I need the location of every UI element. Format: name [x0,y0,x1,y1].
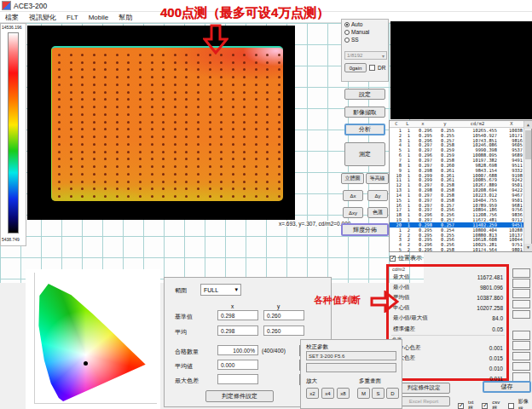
measure-point [127,128,130,130]
measurement-table[interactable]: CLxycd/m2X 110.2960.25510265.45510038210… [389,120,532,252]
multiview-S-button[interactable]: S [372,388,385,399]
measure-point [278,173,280,176]
delta-xy-button[interactable]: Δxy [343,207,363,218]
measure-point [209,91,211,94]
measure-point [243,91,246,94]
pass-count-value: (400/400) [262,348,286,354]
measure-point [243,98,246,101]
maxdiff-label: 最大色差 [175,377,199,385]
measure-point [139,128,142,130]
average-x-field[interactable]: 0.298 [217,325,258,336]
lum-row-2: 平均值10387.860 [390,292,506,302]
range-dropdown[interactable]: FULL▾ [200,284,241,296]
menu-item-2[interactable]: FLT [66,14,78,21]
multiview-M-button[interactable]: M [357,388,370,399]
measure-point [232,68,234,71]
measure-point [278,91,280,94]
measure-point [162,106,165,108]
scroll-down-icon[interactable]: ▼ [524,244,532,251]
measure-point [220,98,223,101]
table-col-L: L [403,121,412,127]
maxdiff-field[interactable] [217,374,258,384]
excel-report-button[interactable]: Excel Report [397,396,450,406]
measure-point [197,76,200,78]
radio-icon[interactable] [344,22,350,27]
measure-point [266,151,269,153]
delta-y-button[interactable]: Δy [367,190,388,201]
scrollbar-thumb[interactable] [525,130,531,159]
save-button[interactable]: 儲存 [483,381,531,393]
analyze-button[interactable]: 分析 [344,124,385,135]
multiview-D-button[interactable]: D [386,388,399,399]
export-check-0[interactable] [458,403,464,409]
export-check-1[interactable] [482,403,488,409]
measure-point [243,61,246,64]
mode-radio-ss[interactable]: SS [344,37,388,43]
export-check-2[interactable] [508,403,514,409]
menu-item-4[interactable]: 幫助 [119,13,132,22]
contour-button[interactable]: 等高線 [366,173,389,184]
measure-point [232,151,234,153]
measure-point [70,76,72,78]
measure-button[interactable]: 測定 [344,142,385,166]
measure-point [58,143,61,146]
table-scrollbar[interactable]: ▲ ▼ [523,121,531,251]
menu-item-0[interactable]: 檔案 [5,13,19,22]
shutter-dropdown[interactable]: 1/8192▾ [344,51,387,60]
gain-button[interactable]: 0gain [344,63,367,72]
lum-value: 10207.258 [477,305,503,311]
mode-radio-manual[interactable]: Manual [344,29,388,35]
reference-x-field[interactable]: 0.298 [217,310,258,320]
pass-percent-field: 100.00% [217,345,258,355]
average-y-field[interactable]: 0.260 [263,325,304,336]
measure-point [220,187,223,190]
luminance-heatmap[interactable] [51,46,283,201]
luminance-distribution-button[interactable]: 輝度分佈 [341,223,389,236]
table-row[interactable]: 520.2960.25810174.5649801 [390,247,524,252]
measure-point [151,187,153,190]
measure-point [93,135,95,138]
measurement-image-area[interactable] [27,26,295,220]
menu-item-3[interactable]: Mobile [89,14,109,21]
measure-point [104,98,107,101]
color-temp-button[interactable]: 色溫 [367,207,388,218]
delta-x-button[interactable]: Δx [343,190,363,201]
measure-point [151,151,153,153]
measure-point [81,181,84,183]
measure-point [70,181,72,183]
radio-icon[interactable] [344,30,350,35]
measure-point [162,61,165,64]
settings-button[interactable]: 設定 [344,89,385,100]
measure-point [139,98,142,101]
judge-condition-button[interactable]: 判定條件設定 [397,383,450,394]
menu-item-1[interactable]: 視訊變化 [29,13,56,22]
zoom-x2-button[interactable]: x2 [306,388,319,399]
measure-point [266,181,269,183]
mean-field[interactable]: 0.000 [217,360,258,370]
scroll-up-icon[interactable]: ▲ [524,121,532,129]
measure-point [104,187,107,190]
measure-point [70,187,72,190]
reference-y-field[interactable]: 0.260 [263,310,304,320]
solid3d-button[interactable]: 立體圖 [341,173,364,184]
radio-icon[interactable] [344,37,350,43]
measure-point [232,76,234,78]
measure-point [255,113,257,116]
mode-radio-auto[interactable]: Auto [344,21,388,27]
cie-chromaticity-diagram[interactable] [38,274,155,402]
measure-point [278,151,280,153]
capture-mode-group: AutoManualSS 1/8192▾ 0gain DR [341,19,389,82]
measure-point [278,54,280,56]
measure-point [232,106,234,108]
measure-point [70,68,72,71]
position-display-checkbox[interactable] [390,256,396,262]
zoom-x4-button[interactable]: x4 [321,388,334,399]
measure-point [278,76,280,78]
image-capture-button[interactable]: 影像擷取 [344,107,385,118]
table-col-x: x [412,121,434,127]
position-display-row[interactable]: 位置表示 [390,254,422,262]
measure-point [255,173,257,176]
dr-checkbox[interactable] [369,65,375,71]
zoom-x8-button[interactable]: x8 [337,388,350,399]
panel-judge-condition-button[interactable]: 判定條件設定 [205,390,274,402]
